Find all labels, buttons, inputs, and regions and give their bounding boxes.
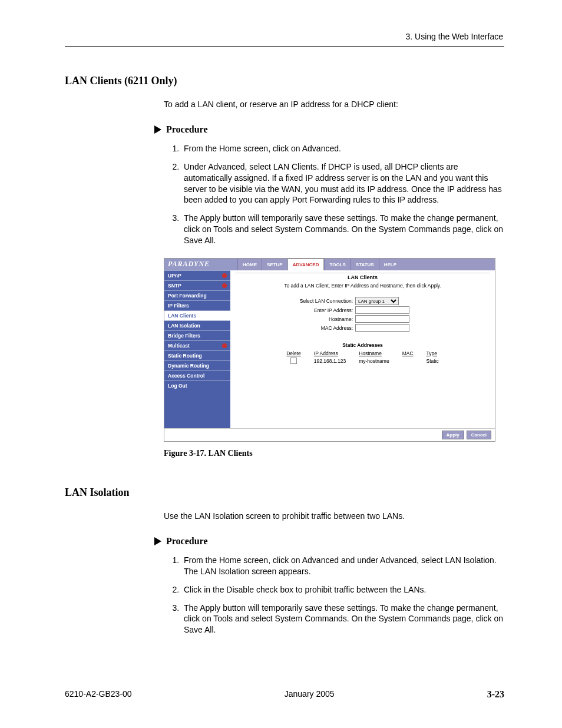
- footer-date: January 2005: [285, 689, 335, 700]
- static-addresses-table: Delete IP Address Hostname MAC Type 192.…: [279, 349, 446, 365]
- step: Under Advanced, select LAN Clients. If D…: [181, 161, 504, 206]
- procedure-label-1: Procedure: [166, 124, 208, 135]
- procedure-list-2: From the Home screen, click on Advanced …: [170, 555, 504, 636]
- footer-doc-id: 6210-A2-GB23-00: [65, 689, 132, 700]
- status-dot-icon: [222, 273, 227, 278]
- chapter-breadcrumb: 3. Using the Web Interface: [65, 32, 504, 41]
- sidebar-item-log-out[interactable]: Log Out: [164, 380, 230, 391]
- select-lan-connection[interactable]: LAN group 1: [355, 297, 399, 305]
- cancel-button[interactable]: Cancel: [467, 431, 491, 439]
- delete-checkbox[interactable]: [290, 358, 297, 364]
- sidebar-item-lan-isolation[interactable]: LAN Isolation: [164, 320, 230, 330]
- cell-host: my-hostname: [353, 358, 395, 364]
- cell-type: Static: [421, 358, 445, 364]
- brand-logo: PARADYNE: [164, 259, 237, 270]
- sidebar-item-ip-filters[interactable]: IP Filters: [164, 300, 230, 310]
- label-hostname: Hostname:: [235, 316, 355, 322]
- intro-text-2: Use the LAN Isolation screen to prohibit…: [164, 511, 504, 522]
- sidebar-item-upnp[interactable]: UPnP: [164, 270, 230, 280]
- section-title-lan-isolation: LAN Isolation: [65, 487, 504, 499]
- triangle-icon: [154, 125, 161, 134]
- sidebar-item-sntp[interactable]: SNTP: [164, 280, 230, 290]
- panel-title: LAN Clients: [235, 273, 490, 280]
- procedure-list-1: From the Home screen, click on Advanced.…: [170, 143, 504, 246]
- label-ip: Enter IP Address:: [235, 307, 355, 313]
- nav-tools[interactable]: TOOLS: [324, 259, 350, 270]
- sidebar-item-port-forwarding[interactable]: Port Forwarding: [164, 290, 230, 300]
- figure-caption: Figure 3-17. LAN Clients: [164, 449, 504, 458]
- cell-ip: 192.168.1.123: [308, 358, 352, 364]
- nav-home[interactable]: HOME: [237, 259, 262, 270]
- sidebar-item-dynamic-routing[interactable]: Dynamic Routing: [164, 360, 230, 370]
- nav-status[interactable]: STATUS: [351, 259, 379, 270]
- input-mac-address[interactable]: [355, 324, 409, 332]
- col-delete: Delete: [280, 350, 307, 356]
- nav-setup[interactable]: SETUP: [262, 259, 287, 270]
- static-addresses-title: Static Addresses: [235, 342, 490, 348]
- sidebar: UPnP SNTP Port Forwarding IP Filters LAN…: [164, 270, 230, 428]
- sidebar-item-bridge-filters[interactable]: Bridge Filters: [164, 330, 230, 340]
- status-dot-icon: [222, 343, 227, 348]
- col-type: Type: [421, 350, 445, 356]
- step: The Apply button will temporarily save t…: [181, 213, 504, 246]
- col-hostname: Hostname: [353, 350, 395, 356]
- sidebar-item-lan-clients[interactable]: LAN Clients: [164, 310, 230, 320]
- step: From the Home screen, click on Advanced …: [181, 555, 504, 577]
- input-ip-address[interactable]: [355, 306, 409, 314]
- label-mac: MAC Address:: [235, 325, 355, 331]
- cell-mac: [396, 358, 419, 364]
- sidebar-item-access-control[interactable]: Access Control: [164, 370, 230, 380]
- header-rule: [65, 46, 504, 47]
- col-mac: MAC: [396, 350, 419, 356]
- intro-text-1: To add a LAN client, or reserve an IP ad…: [164, 99, 504, 110]
- screenshot-figure: PARADYNE HOME SETUP ADVANCED TOOLS STATU…: [164, 258, 495, 442]
- step: From the Home screen, click on Advanced.: [181, 143, 504, 154]
- triangle-icon: [154, 537, 161, 545]
- step: The Apply button will temporarily save t…: [181, 603, 504, 636]
- panel-subtitle: To add a LAN Client, Enter IP Address an…: [235, 283, 490, 289]
- table-row: 192.168.1.123 my-hostname Static: [280, 358, 445, 364]
- status-dot-icon: [222, 283, 227, 288]
- section-title-lan-clients: LAN Clients (6211 Only): [65, 75, 504, 87]
- procedure-label-2: Procedure: [166, 536, 208, 547]
- input-hostname[interactable]: [355, 315, 409, 323]
- sidebar-item-multicast[interactable]: Multicast: [164, 340, 230, 350]
- sidebar-item-static-routing[interactable]: Static Routing: [164, 350, 230, 360]
- label-select-lan: Select LAN Connection:: [235, 298, 355, 304]
- footer-page-number: 3-23: [487, 689, 504, 700]
- step: Click in the Disable check box to prohib…: [181, 584, 504, 595]
- nav-advanced[interactable]: ADVANCED: [287, 259, 325, 270]
- col-ip: IP Address: [308, 350, 352, 356]
- apply-button[interactable]: Apply: [442, 431, 464, 439]
- nav-help[interactable]: HELP: [379, 259, 401, 270]
